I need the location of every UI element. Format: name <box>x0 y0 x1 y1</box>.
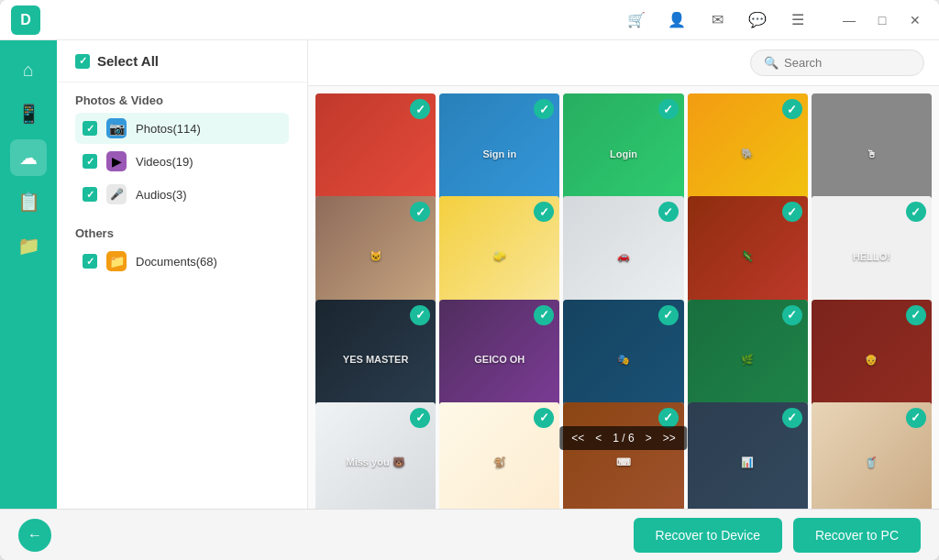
restore-nav-icon[interactable]: 📋 <box>10 183 47 220</box>
app-window: D 🛒 👤 ✉ 💬 ☰ — □ ✕ ⌂ 📱 ☁ 📋 📁 <box>0 0 939 560</box>
audios-checkbox[interactable] <box>83 187 97 202</box>
sidebar-item-documents[interactable]: 📁 Documents(68) <box>75 246 289 277</box>
cart-icon[interactable]: 🛒 <box>624 7 649 33</box>
others-section: Others 📁 Documents(68) <box>57 215 307 282</box>
home-nav-icon[interactable]: ⌂ <box>10 51 47 88</box>
audios-icon: 🎤 <box>106 184 127 204</box>
check-badge: ✓ <box>658 202 679 222</box>
videos-icon: ▶ <box>106 151 127 171</box>
recover-to-device-button[interactable]: Recover to Device <box>634 518 782 553</box>
user-icon[interactable]: 👤 <box>664 7 690 33</box>
check-badge: ✓ <box>658 408 679 428</box>
photos-label: Photos(114) <box>136 122 201 136</box>
check-badge: ✓ <box>782 305 802 325</box>
bottom-bar: ← Recover to Device Recover to PC <box>0 509 939 560</box>
pagination-first[interactable]: << <box>567 430 589 446</box>
phone-nav-icon[interactable]: 📱 <box>10 95 47 132</box>
pagination-last[interactable]: >> <box>658 430 680 446</box>
videos-checkbox[interactable] <box>83 154 97 169</box>
sidebar-header: Select All <box>57 40 307 82</box>
photos-video-title: Photos & Video <box>75 93 289 107</box>
main-content: ⌂ 📱 ☁ 📋 📁 Select All Photos & Video 📷 Ph… <box>0 40 939 509</box>
check-badge: ✓ <box>906 305 926 325</box>
search-input[interactable] <box>784 56 912 70</box>
check-badge: ✓ <box>410 408 430 428</box>
pagination-bar: <<<1 / 6>>> <box>559 426 687 450</box>
window-controls: — □ ✕ <box>836 7 928 33</box>
documents-checkbox[interactable] <box>83 254 97 269</box>
maximize-button[interactable]: □ <box>869 7 895 33</box>
audios-label: Audios(3) <box>136 188 187 202</box>
select-all-label: Select All <box>97 53 159 69</box>
sidebar: Select All Photos & Video 📷 Photos(114) … <box>57 40 308 509</box>
check-badge: ✓ <box>906 408 926 428</box>
sidebar-item-videos[interactable]: ▶ Videos(19) <box>75 146 289 177</box>
content-toolbar: 🔍 <box>308 40 939 86</box>
grid-item[interactable]: Miss you 🐻✓ <box>315 402 436 509</box>
photos-checkbox[interactable] <box>83 121 97 136</box>
mail-icon[interactable]: ✉ <box>704 7 730 33</box>
folder-nav-icon[interactable]: 📁 <box>10 227 47 264</box>
select-all-row[interactable]: Select All <box>75 53 289 69</box>
check-badge: ✓ <box>782 202 802 222</box>
titlebar-icons: 🛒 👤 ✉ 💬 ☰ — □ ✕ <box>624 7 928 33</box>
nav-sidebar: ⌂ 📱 ☁ 📋 📁 <box>0 40 57 509</box>
check-badge: ✓ <box>782 99 802 119</box>
grid-item[interactable]: ⌨✓ <box>563 402 683 509</box>
select-all-checkbox[interactable] <box>75 54 90 69</box>
titlebar: D 🛒 👤 ✉ 💬 ☰ — □ ✕ <box>0 0 939 40</box>
content-area: 🔍 ✓Sign in✓Login✓🐘✓🖱🐱✓🧽✓🚗✓🦎✓HELLO!✓YES M… <box>308 40 939 509</box>
grid-item[interactable]: 📊✓ <box>688 402 808 509</box>
documents-icon: 📁 <box>106 251 127 271</box>
app-logo: D <box>11 5 40 35</box>
sidebar-item-photos[interactable]: 📷 Photos(114) <box>75 113 289 144</box>
photos-icon: 📷 <box>106 118 127 138</box>
close-button[interactable]: ✕ <box>902 7 928 33</box>
titlebar-left: D <box>11 5 40 35</box>
others-title: Others <box>75 226 289 240</box>
sidebar-item-audios[interactable]: 🎤 Audios(3) <box>75 179 289 210</box>
photos-video-section: Photos & Video 📷 Photos(114) ▶ Videos(19… <box>57 82 307 215</box>
minimize-button[interactable]: — <box>836 7 862 33</box>
videos-label: Videos(19) <box>136 155 193 169</box>
pagination-prev[interactable]: < <box>591 430 606 446</box>
check-badge: ✓ <box>782 408 802 428</box>
pagination-next[interactable]: > <box>641 430 657 446</box>
backup-nav-icon[interactable]: ☁ <box>10 139 47 176</box>
documents-label: Documents(68) <box>136 255 217 269</box>
check-badge: ✓ <box>658 305 679 325</box>
recover-to-pc-button[interactable]: Recover to PC <box>793 518 921 553</box>
check-badge: ✓ <box>534 305 554 325</box>
check-badge: ✓ <box>410 305 430 325</box>
check-badge: ✓ <box>658 99 679 119</box>
menu-icon[interactable]: ☰ <box>785 7 811 33</box>
back-button[interactable]: ← <box>18 519 51 552</box>
grid-item[interactable]: 🥤✓ <box>812 402 932 509</box>
grid-item[interactable]: 🐒✓ <box>439 402 559 509</box>
search-icon: 🔍 <box>764 56 779 70</box>
chat-icon[interactable]: 💬 <box>745 7 770 33</box>
search-box[interactable]: 🔍 <box>750 49 924 76</box>
check-badge: ✓ <box>534 408 554 428</box>
pagination-info: 1 / 6 <box>608 430 638 446</box>
